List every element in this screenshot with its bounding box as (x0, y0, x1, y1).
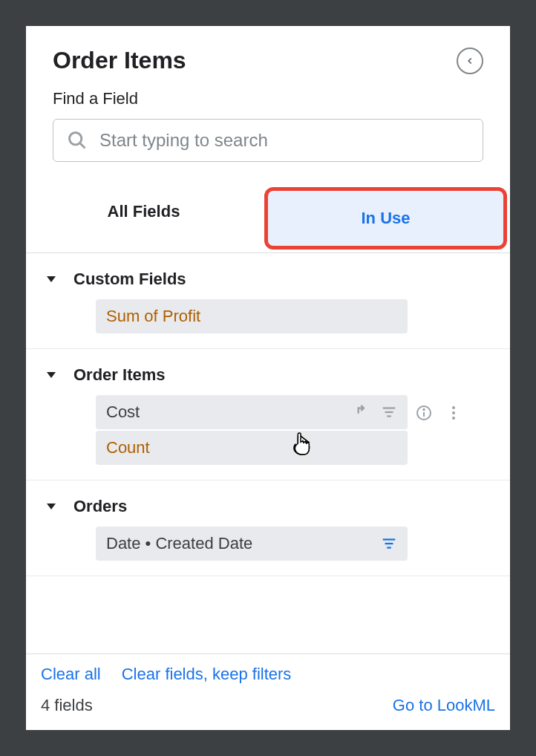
field-label: Sum of Profit (106, 307, 200, 326)
group-header[interactable]: Order Items (26, 359, 510, 395)
search-section: Find a Field (26, 89, 510, 184)
group-title: Orders (73, 497, 127, 516)
group-header[interactable]: Custom Fields (26, 264, 510, 299)
chevron-down-icon (47, 504, 56, 509)
clear-all-link[interactable]: Clear all (41, 665, 101, 684)
tab-all-fields[interactable]: All Fields (26, 184, 261, 252)
field-group: Order Items Cost Count (26, 349, 510, 480)
svg-line-1 (80, 143, 85, 149)
bottom-links: Clear all Clear fields, keep filters (26, 654, 510, 688)
field-count-label: 4 fields (41, 696, 93, 715)
field-item[interactable]: Date • Created Date (96, 527, 408, 561)
svg-point-10 (452, 417, 455, 420)
collapse-button[interactable] (457, 48, 483, 74)
filter-icon[interactable] (381, 404, 397, 420)
field-label: Count (106, 438, 150, 457)
field-item[interactable]: Sum of Profit (96, 299, 408, 333)
field-row-actions (381, 535, 397, 552)
svg-point-0 (70, 133, 82, 145)
svg-point-8 (452, 406, 455, 409)
group-header[interactable]: Orders (26, 491, 510, 527)
tabs: All Fields In Use (26, 184, 510, 253)
field-label: Cost (106, 403, 140, 422)
search-input[interactable] (99, 130, 469, 151)
field-label: Date • Created Date (106, 534, 252, 553)
chevron-down-icon (47, 372, 56, 378)
page-title: Order Items (53, 47, 186, 74)
svg-point-9 (452, 411, 455, 414)
field-list: Custom Fields Sum of Profit Order Items … (26, 253, 510, 654)
field-group: Orders Date • Created Date (26, 480, 510, 576)
chevron-left-icon (465, 56, 475, 66)
go-to-lookml-link[interactable]: Go to LookML (393, 696, 495, 715)
search-box[interactable] (53, 119, 483, 162)
tab-in-use[interactable]: In Use (264, 187, 507, 250)
chevron-down-icon (47, 276, 56, 282)
field-group: Custom Fields Sum of Profit (26, 253, 510, 349)
field-row-actions (356, 404, 397, 420)
pivot-icon[interactable] (356, 404, 372, 420)
field-item[interactable]: Cost (96, 395, 408, 429)
field-item[interactable]: Count (96, 431, 408, 465)
search-icon (67, 130, 88, 151)
group-title: Order Items (73, 365, 166, 385)
svg-point-7 (423, 409, 425, 411)
panel-header: Order Items (26, 26, 510, 89)
more-vert-icon[interactable] (445, 404, 463, 422)
clear-fields-link[interactable]: Clear fields, keep filters (122, 665, 292, 684)
filter-icon[interactable] (381, 535, 397, 552)
info-icon[interactable] (415, 404, 433, 422)
group-title: Custom Fields (73, 270, 186, 289)
field-picker-panel: Order Items Find a Field All Fields In U… (26, 26, 510, 730)
search-label: Find a Field (53, 89, 483, 108)
footer: 4 fields Go to LookML (26, 688, 510, 730)
